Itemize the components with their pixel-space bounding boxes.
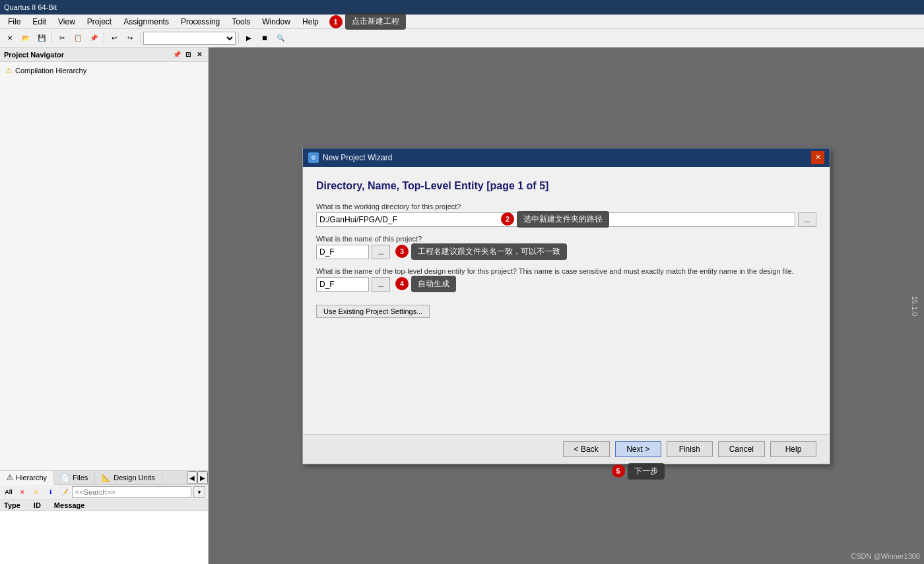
menu-view[interactable]: View — [53, 16, 81, 28]
toolbar-new[interactable]: ✕ — [3, 31, 17, 46]
step4-circle: 4 — [395, 277, 409, 290]
project-name-row: ... 3 工程名建议跟文件夹名一致，可以不一致 — [316, 245, 816, 259]
msg-dropdown-arrow[interactable]: ▼ — [193, 486, 205, 498]
compilation-hierarchy-item[interactable]: ⚠ Compilation Hierarchy — [3, 65, 205, 77]
working-dir-row: ... 2 选中新建文件夹的路径 — [316, 212, 816, 227]
toolbar-entity-dropdown[interactable] — [143, 32, 236, 45]
tab-design-units-label: Design Units — [114, 474, 154, 482]
step1-circle: 1 — [329, 15, 343, 28]
tab-nav-right[interactable]: ▶ — [197, 471, 208, 484]
toolbar-paste[interactable]: 📌 — [86, 31, 101, 46]
toolbar-cut[interactable]: ✂ — [55, 31, 69, 46]
step5-circle: 5 — [612, 464, 625, 478]
tab-hierarchy-label: Hierarchy — [16, 474, 47, 482]
warning-icon: ⚠ — [5, 66, 13, 75]
tab-nav-left[interactable]: ◀ — [187, 471, 197, 484]
project-name-label: What is the name of this project? — [316, 235, 816, 243]
dialog-overlay: ⚙ New Project Wizard ✕ Directory, Name, … — [209, 47, 924, 564]
files-icon: 📄 — [61, 474, 70, 482]
messages-panel: All ✕ ⚠ ℹ 📝 ▼ Type ID Message — [0, 485, 208, 564]
menu-help[interactable]: Help — [297, 16, 324, 28]
tab-files-label: Files — [73, 474, 88, 482]
hierarchy-icon: ⚠ — [7, 473, 13, 482]
bottom-tabs: ⚠ Hierarchy 📄 Files 📐 Design Units ◀ ▶ — [0, 471, 208, 485]
next-button[interactable]: Next > — [615, 441, 661, 457]
toolbar-compile[interactable]: ▶ — [242, 31, 256, 46]
toolbar-open[interactable]: 📂 — [18, 31, 33, 46]
dialog-footer: < Back Next > 5 下一步 Finish Cancel Hel — [303, 434, 830, 464]
watermark: CSDN @Winner1300 — [851, 552, 920, 560]
right-content: 15.1.0 ⚙ New Project Wizard ✕ Directory,… — [209, 47, 924, 564]
msg-filter-warning[interactable]: ⚠ — [30, 486, 42, 498]
panel-header-icons: 📌 ⊡ ✕ — [172, 50, 204, 59]
msg-filter-error[interactable]: ✕ — [16, 486, 28, 498]
entity-browse[interactable]: ... — [372, 277, 390, 292]
design-units-icon: 📐 — [102, 474, 111, 482]
bottom-panel: ⚠ Hierarchy 📄 Files 📐 Design Units ◀ ▶ — [0, 470, 208, 564]
dialog-content: Directory, Name, Top-Level Entity [page … — [303, 167, 830, 434]
menu-assignments[interactable]: Assignments — [118, 16, 174, 28]
project-name-browse[interactable]: ... — [372, 245, 390, 259]
working-dir-group: What is the working directory for this p… — [316, 203, 816, 227]
separator2 — [104, 32, 104, 44]
dialog-title: New Project Wizard — [323, 153, 392, 162]
menu-bar: File Edit View Project Assignments Proce… — [0, 15, 924, 29]
step2-circle: 2 — [501, 212, 514, 226]
title-bar: Quartus II 64-Bit — [0, 0, 924, 15]
menu-edit[interactable]: Edit — [27, 16, 51, 28]
menu-processing[interactable]: Processing — [176, 16, 225, 28]
dialog-title-bar-left: ⚙ New Project Wizard — [308, 152, 392, 163]
col-id: ID — [34, 501, 41, 509]
close-panel-icon[interactable]: ✕ — [195, 50, 204, 59]
working-dir-label: What is the working directory for this p… — [316, 203, 816, 210]
tab-design-units[interactable]: 📐 Design Units — [95, 472, 162, 484]
step3-annotation: 工程名建议跟文件夹名一致，可以不一致 — [411, 243, 567, 260]
entity-group: What is the name of the top-level design… — [316, 267, 816, 292]
help-button[interactable]: Help — [770, 441, 816, 457]
msg-filter-note[interactable]: 📝 — [58, 486, 70, 498]
dialog-icon: ⚙ — [308, 152, 319, 163]
messages-toolbar: All ✕ ⚠ ℹ 📝 ▼ — [0, 485, 208, 500]
new-project-dialog: ⚙ New Project Wizard ✕ Directory, Name, … — [302, 148, 830, 464]
menu-project[interactable]: Project — [82, 16, 117, 28]
toolbar: ✕ 📂 💾 ✂ 📋 📌 ↩ ↪ ▶ ⏹ 🔍 — [0, 29, 924, 47]
messages-content — [0, 511, 208, 564]
toolbar-undo[interactable]: ↩ — [107, 31, 121, 46]
separator3 — [140, 32, 141, 44]
pin-icon[interactable]: 📌 — [172, 50, 182, 59]
restore-icon[interactable]: ⊡ — [183, 50, 193, 59]
entity-label: What is the name of the top-level design… — [316, 267, 816, 275]
tab-hierarchy[interactable]: ⚠ Hierarchy — [0, 471, 54, 485]
msg-filter-all[interactable]: All — [3, 486, 15, 498]
finish-button[interactable]: Finish — [667, 441, 713, 457]
step5-annotation: 下一步 — [628, 463, 665, 480]
dialog-close-button[interactable]: ✕ — [811, 151, 824, 164]
left-panel: Project Navigator 📌 ⊡ ✕ ⚠ Compilation Hi… — [0, 47, 209, 564]
project-name-input[interactable] — [316, 245, 369, 259]
use-existing-settings-btn[interactable]: Use Existing Project Settings... — [316, 305, 430, 318]
menu-tools[interactable]: Tools — [226, 16, 255, 28]
toolbar-analyze[interactable]: 🔍 — [273, 31, 288, 46]
back-button[interactable]: < Back — [563, 441, 610, 457]
messages-table-header: Type ID Message — [0, 500, 208, 511]
panel-header: Project Navigator 📌 ⊡ ✕ — [0, 47, 208, 62]
toolbar-redo[interactable]: ↪ — [123, 31, 137, 46]
toolbar-stop[interactable]: ⏹ — [257, 31, 272, 46]
col-type: Type — [4, 501, 20, 509]
main-layout: Project Navigator 📌 ⊡ ✕ ⚠ Compilation Hi… — [0, 47, 924, 564]
step3-circle: 3 — [395, 245, 409, 258]
toolbar-copy[interactable]: 📋 — [71, 31, 85, 46]
project-name-group: What is the name of this project? ... 3 … — [316, 235, 816, 259]
menu-window[interactable]: Window — [257, 16, 296, 28]
dialog-page-title: Directory, Name, Top-Level Entity [page … — [316, 180, 816, 192]
entity-input[interactable] — [316, 277, 369, 292]
tab-files[interactable]: 📄 Files — [54, 472, 95, 484]
toolbar-save[interactable]: 💾 — [34, 31, 49, 46]
message-search[interactable] — [72, 486, 191, 498]
cancel-button[interactable]: Cancel — [718, 441, 765, 457]
entity-row: ... 4 自动生成 — [316, 277, 816, 292]
msg-filter-info[interactable]: ℹ — [44, 486, 56, 498]
menu-file[interactable]: File — [3, 16, 26, 28]
dialog-title-bar: ⚙ New Project Wizard ✕ — [303, 148, 830, 167]
working-dir-browse[interactable]: ... — [798, 212, 816, 227]
